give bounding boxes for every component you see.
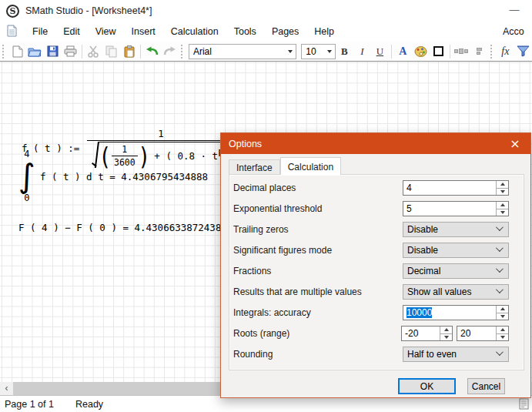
close-icon[interactable]: ×: [500, 133, 530, 154]
row-multiple-values: Results that are multiple values Show al…: [221, 284, 532, 300]
field-label: Fractions: [233, 266, 271, 276]
row-decimal-places: Decimal places 4: [221, 180, 532, 196]
field-label: Integrals: accuracy: [233, 307, 311, 318]
align-horizontal-button[interactable]: [453, 43, 470, 60]
dialog-title: Options: [229, 139, 262, 149]
save-button[interactable]: [44, 43, 62, 60]
trailing-zeros-dropdown[interactable]: Disable: [403, 222, 509, 237]
cancel-button[interactable]: Cancel: [467, 378, 505, 394]
fractions-dropdown[interactable]: Decimal: [403, 263, 509, 279]
toolbar-separator: [140, 45, 141, 59]
field-label: Results that are multiple values: [233, 286, 362, 297]
bold-button[interactable]: B: [336, 43, 353, 60]
align-vertical-button[interactable]: [470, 43, 488, 60]
roots-min-spinner[interactable]: -20: [401, 326, 453, 341]
significant-figures-dropdown[interactable]: Disable: [403, 243, 509, 258]
page-setup-icon[interactable]: [519, 398, 529, 412]
function-button[interactable]: fx: [497, 43, 514, 60]
font-color-button[interactable]: A: [394, 43, 412, 60]
integral-body: f ( t ) d t: [40, 171, 109, 183]
integral-lower-limit: 0: [24, 193, 29, 203]
spinner-buttons[interactable]: [496, 181, 508, 195]
rounding-dropdown[interactable]: Half to even: [403, 347, 509, 362]
spinner-buttons[interactable]: [496, 202, 508, 216]
integral-icon: ∫: [18, 159, 35, 193]
toolbar-grip: [181, 45, 185, 59]
status-text: Ready: [75, 399, 103, 410]
decimal-places-spinner[interactable]: 4: [403, 180, 509, 196]
title-bar: S SMath Studio - [Worksheet4*] —: [0, 0, 532, 22]
menu-edit[interactable]: Edit: [55, 23, 88, 40]
menu-view[interactable]: View: [88, 23, 124, 40]
app-window: S SMath Studio - [Worksheet4*] — File Ed…: [0, 0, 532, 412]
menu-help[interactable]: Help: [306, 23, 342, 40]
undo-button[interactable]: [143, 43, 161, 60]
toolbar-grip: [490, 45, 494, 59]
cut-button[interactable]: [85, 43, 102, 60]
open-file-button[interactable]: [26, 43, 44, 60]
tab-calculation[interactable]: Calculation: [280, 157, 341, 175]
menu-pages[interactable]: Pages: [264, 23, 306, 40]
italic-button[interactable]: I: [353, 43, 371, 60]
border-button[interactable]: [430, 43, 447, 60]
field-label: Decimal places: [233, 183, 296, 193]
row-rounding: Rounding Half to even: [221, 347, 532, 362]
row-integrals-accuracy: Integrals: accuracy 10000: [221, 305, 532, 320]
roots-max-spinner[interactable]: 20: [457, 326, 509, 341]
menu-bar: File Edit View Insert Calculation Tools …: [0, 22, 532, 42]
underline-button[interactable]: U: [371, 43, 389, 60]
dialog-tabs: Interface Calculation: [229, 157, 341, 175]
menu-account[interactable]: Acco: [503, 22, 532, 42]
font-size-value: 10: [306, 46, 316, 57]
toolbar-separator: [82, 45, 82, 59]
copy-button[interactable]: [102, 43, 120, 60]
menu-calculation[interactable]: Calculation: [163, 23, 226, 40]
paste-button[interactable]: [120, 43, 138, 60]
print-button[interactable]: [62, 43, 79, 60]
toolbar-grip: [2, 45, 6, 59]
options-dialog: Options × Interface Calculation Decimal …: [220, 132, 531, 398]
toolbar: Arial 10 B I U A fx: [0, 42, 532, 62]
row-fractions: Fractions Decimal: [221, 263, 532, 279]
font-name-combobox[interactable]: Arial: [189, 44, 296, 59]
spinner-buttons[interactable]: [496, 306, 508, 320]
field-label: Rounding: [233, 349, 273, 360]
spinner-buttons[interactable]: [440, 327, 452, 340]
row-exponential-threshold: Exponential threshold 5: [221, 201, 532, 216]
multiple-values-dropdown[interactable]: Show all values: [403, 284, 509, 300]
redo-button[interactable]: [161, 43, 179, 60]
formula-integral[interactable]: 4 ∫ 0 f ( t ) d t = 4.4306795434888: [18, 149, 208, 203]
tab-interface[interactable]: Interface: [229, 159, 280, 175]
fraction-numerator: 1: [156, 128, 166, 139]
dialog-title-bar[interactable]: Options ×: [221, 133, 530, 154]
selected-text: 10000: [407, 307, 432, 318]
ok-button[interactable]: OK: [398, 378, 456, 394]
new-file-button[interactable]: [8, 43, 26, 60]
font-size-combobox[interactable]: 10: [301, 44, 335, 59]
field-label: Roots (range): [233, 328, 289, 339]
filter-funnel-icon[interactable]: [514, 43, 532, 60]
chevron-down-icon: [496, 223, 504, 231]
minimize-button[interactable]: —: [504, 5, 524, 17]
toolbar-separator: [450, 45, 450, 59]
document-icon: [7, 25, 17, 39]
toolbar-separator: [391, 45, 392, 59]
field-label: Exponential threshold: [233, 203, 322, 214]
menu-file[interactable]: File: [25, 23, 55, 40]
menu-insert[interactable]: Insert: [124, 23, 163, 40]
difference-result: = 4.43066338724384: [122, 222, 226, 233]
palette-button[interactable]: [412, 43, 430, 60]
chevron-down-icon: [327, 50, 332, 53]
formula-difference[interactable]: F ( 4 ) − F ( 0 ) = 4.43066338724384: [18, 222, 227, 233]
chevron-down-icon: [288, 50, 293, 53]
row-trailing-zeros: Trailing zeros Disable: [221, 222, 532, 237]
row-roots-range: Roots (range) -20 20: [221, 326, 532, 341]
field-label: Trailing zeros: [233, 224, 289, 235]
spinner-buttons[interactable]: [496, 327, 508, 340]
integrals-accuracy-spinner[interactable]: 10000: [403, 305, 509, 320]
font-name-value: Arial: [193, 46, 212, 57]
scroll-left-icon[interactable]: ‹: [0, 382, 13, 395]
menu-tools[interactable]: Tools: [226, 23, 264, 40]
field-label: Significant figures mode: [233, 245, 332, 256]
exponential-threshold-spinner[interactable]: 5: [403, 201, 509, 216]
